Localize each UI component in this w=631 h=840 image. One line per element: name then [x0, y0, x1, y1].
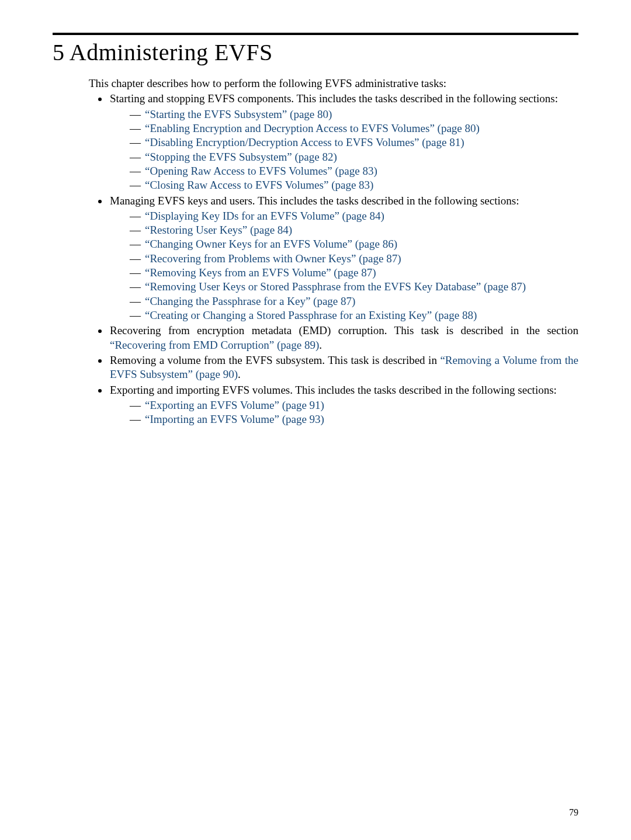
cross-reference[interactable]: “Stopping the EVFS Subsystem” (page 82): [145, 151, 337, 163]
cross-reference[interactable]: “Restoring User Keys” (page 84): [145, 224, 292, 236]
body-text: This chapter describes how to perform th…: [89, 77, 578, 427]
sub-item: “Changing the Passphrase for a Key” (pag…: [130, 294, 578, 308]
sub-item: “Enabling Encryption and Decryption Acce…: [130, 122, 578, 136]
sub-item: “Exporting an EVFS Volume” (page 91): [130, 398, 578, 412]
top-rule: [53, 33, 578, 35]
cross-reference[interactable]: “Recovering from EMD Corruption” (page 8…: [110, 339, 319, 351]
cross-reference[interactable]: “Displaying Key IDs for an EVFS Volume” …: [145, 210, 384, 222]
sub-list: “Displaying Key IDs for an EVFS Volume” …: [110, 209, 578, 323]
cross-reference[interactable]: “Enabling Encryption and Decryption Acce…: [145, 122, 480, 134]
task-text: Removing a volume from the EVFS subsyste…: [110, 354, 440, 366]
sub-item: “Restoring User Keys” (page 84): [130, 223, 578, 237]
sub-item: “Creating or Changing a Stored Passphras…: [130, 308, 578, 322]
chapter-heading: 5 Administering EVFS: [53, 39, 578, 66]
sub-item: “Importing an EVFS Volume” (page 93): [130, 412, 578, 426]
cross-reference[interactable]: “Changing Owner Keys for an EVFS Volume”…: [145, 238, 397, 250]
sub-item: “Starting the EVFS Subsystem” (page 80): [130, 107, 578, 122]
chapter-number: 5: [53, 39, 65, 65]
sub-list: “Starting the EVFS Subsystem” (page 80)“…: [110, 107, 578, 193]
sub-item: “Removing User Keys or Stored Passphrase…: [130, 280, 578, 294]
sub-item: “Displaying Key IDs for an EVFS Volume” …: [130, 209, 578, 223]
cross-reference[interactable]: “Closing Raw Access to EVFS Volumes” (pa…: [145, 179, 373, 191]
cross-reference[interactable]: “Exporting an EVFS Volume” (page 91): [145, 399, 324, 411]
task-text: Recovering from encryption metadata (EMD…: [110, 324, 578, 336]
task-list: Starting and stopping EVFS components. T…: [89, 92, 578, 426]
cross-reference[interactable]: “Removing Keys from an EVFS Volume” (pag…: [145, 266, 376, 279]
cross-reference[interactable]: “Recovering from Problems with Owner Key…: [145, 252, 401, 265]
sub-item: “Stopping the EVFS Subsystem” (page 82): [130, 150, 578, 164]
cross-reference[interactable]: “Importing an EVFS Volume” (page 93): [145, 413, 324, 425]
sub-item: “Closing Raw Access to EVFS Volumes” (pa…: [130, 178, 578, 192]
page-number: 79: [569, 807, 578, 818]
intro-paragraph: This chapter describes how to perform th…: [89, 77, 578, 91]
cross-reference[interactable]: “Starting the EVFS Subsystem” (page 80): [145, 108, 332, 120]
sub-item: “Changing Owner Keys for an EVFS Volume”…: [130, 237, 578, 251]
task-item: Recovering from encryption metadata (EMD…: [109, 324, 578, 352]
cross-reference[interactable]: “Disabling Encryption/Decryption Access …: [145, 136, 464, 148]
task-text: Exporting and importing EVFS volumes. Th…: [110, 384, 557, 396]
task-item: Removing a volume from the EVFS subsyste…: [109, 353, 578, 382]
sub-item: “Opening Raw Access to EVFS Volumes” (pa…: [130, 164, 578, 178]
cross-reference[interactable]: “Opening Raw Access to EVFS Volumes” (pa…: [145, 165, 377, 177]
task-text-post: .: [319, 339, 322, 351]
page: 5 Administering EVFS This chapter descri…: [0, 0, 631, 840]
task-text: Managing EVFS keys and users. This inclu…: [110, 195, 519, 207]
task-item: Starting and stopping EVFS components. T…: [109, 92, 578, 192]
cross-reference[interactable]: “Changing the Passphrase for a Key” (pag…: [145, 295, 355, 307]
cross-reference[interactable]: “Removing User Keys or Stored Passphrase…: [145, 280, 526, 293]
task-item: Managing EVFS keys and users. This inclu…: [109, 194, 578, 323]
task-item: Exporting and importing EVFS volumes. Th…: [109, 383, 578, 427]
chapter-title: Administering EVFS: [70, 39, 273, 65]
sub-list: “Exporting an EVFS Volume” (page 91)“Imp…: [110, 398, 578, 427]
sub-item: “Recovering from Problems with Owner Key…: [130, 252, 578, 266]
sub-item: “Disabling Encryption/Decryption Access …: [130, 136, 578, 150]
cross-reference[interactable]: “Creating or Changing a Stored Passphras…: [145, 309, 477, 321]
sub-item: “Removing Keys from an EVFS Volume” (pag…: [130, 266, 578, 280]
task-text-post: .: [238, 368, 241, 380]
task-text: Starting and stopping EVFS components. T…: [110, 92, 558, 105]
